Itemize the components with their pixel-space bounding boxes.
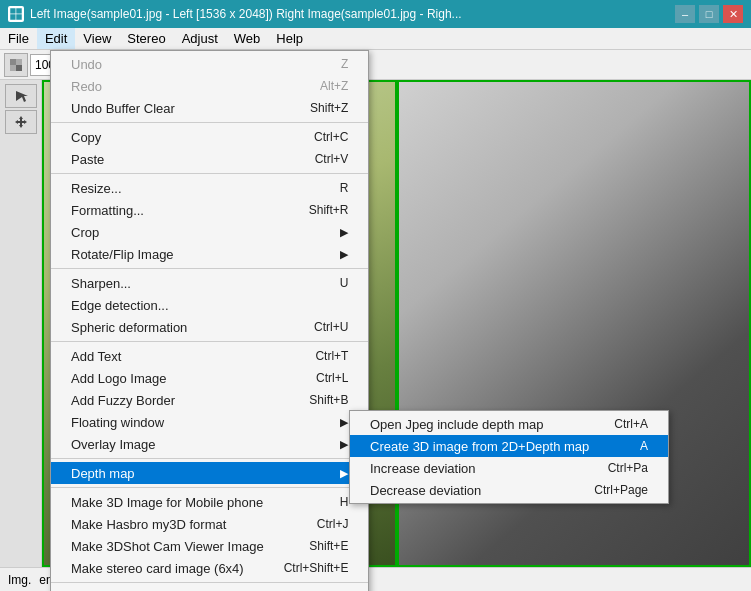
menu-redo[interactable]: Redo Alt+Z [51,75,368,97]
overlay-label: Overlay Image [71,437,330,452]
submenu-create-3d[interactable]: Create 3D image from 2D+Depth map A [350,435,668,457]
menu-depth-map[interactable]: Depth map ▶ [51,462,368,484]
paste-label: Paste [71,152,275,167]
submenu-increase-dev[interactable]: Increase deviation Ctrl+Pa [350,457,668,479]
paste-shortcut: Ctrl+V [315,152,349,166]
menu-bar: File Edit View Stereo Adjust Web Help [0,28,751,50]
menu-preferences[interactable]: Preferences [51,586,368,591]
menu-web[interactable]: Web [226,28,269,49]
menu-view[interactable]: View [75,28,119,49]
svg-marker-14 [15,120,18,124]
submenu-decrease-dev[interactable]: Decrease deviation Ctrl+Page [350,479,668,501]
make-3d-mobile-label: Make 3D Image for Mobile phone [71,495,300,510]
edit-dropdown-menu: Undo Z Redo Alt+Z Undo Buffer Clear Shif… [50,50,369,591]
create-3d-shortcut: A [640,439,648,453]
menu-stereo[interactable]: Stereo [119,28,173,49]
stereo-card-shortcut: Ctrl+Shift+E [284,561,349,575]
menu-paste[interactable]: Paste Ctrl+V [51,148,368,170]
svg-rect-5 [16,59,22,65]
minimize-button[interactable]: – [675,5,695,23]
redo-shortcut: Alt+Z [320,79,348,93]
undo-buffer-clear-label: Undo Buffer Clear [71,101,270,116]
menu-add-logo[interactable]: Add Logo Image Ctrl+L [51,367,368,389]
menu-help[interactable]: Help [268,28,311,49]
menu-add-text[interactable]: Add Text Ctrl+T [51,345,368,367]
increase-dev-shortcut: Ctrl+Pa [608,461,648,475]
svg-rect-17 [18,121,24,123]
menu-edge-detection[interactable]: Edge detection... [51,294,368,316]
copy-label: Copy [71,130,274,145]
depth-map-label: Depth map [71,466,330,481]
resize-shortcut: R [340,181,349,195]
menu-copy[interactable]: Copy Ctrl+C [51,126,368,148]
menu-add-fuzzy[interactable]: Add Fuzzy Border Shift+B [51,389,368,411]
spheric-label: Spheric deformation [71,320,274,335]
overlay-arrow: ▶ [340,438,348,451]
floating-arrow: ▶ [340,416,348,429]
undo-shortcut: Z [341,57,348,71]
menu-file[interactable]: File [0,28,37,49]
menu-undo-buffer-clear[interactable]: Undo Buffer Clear Shift+Z [51,97,368,119]
title-bar: Left Image(sample01.jpg - Left [1536 x 2… [0,0,751,28]
status-img: Img. [8,573,31,587]
menu-stereo-card[interactable]: Make stereo card image (6x4) Ctrl+Shift+… [51,557,368,579]
left-sidebar [0,80,42,567]
menu-3dshot[interactable]: Make 3DShot Cam Viewer Image Shift+E [51,535,368,557]
separator-2 [51,173,368,174]
window-title: Left Image(sample01.jpg - Left [1536 x 2… [30,7,462,21]
spheric-shortcut: Ctrl+U [314,320,348,334]
menu-floating[interactable]: Floating window ▶ [51,411,368,433]
add-text-label: Add Text [71,349,275,364]
rotate-flip-arrow: ▶ [340,248,348,261]
svg-rect-0 [10,8,16,14]
add-fuzzy-label: Add Fuzzy Border [71,393,269,408]
menu-edit[interactable]: Edit [37,28,75,49]
submenu-open-jpeg[interactable]: Open Jpeg include depth map Ctrl+A [350,413,668,435]
separator-5 [51,458,368,459]
svg-rect-3 [16,14,22,20]
tool-arrow[interactable] [5,84,37,108]
menu-make-3d-mobile[interactable]: Make 3D Image for Mobile phone H [51,491,368,513]
redo-label: Redo [71,79,280,94]
menu-adjust[interactable]: Adjust [174,28,226,49]
rotate-flip-label: Rotate/Flip Image [71,247,330,262]
menu-rotate-flip[interactable]: Rotate/Flip Image ▶ [51,243,368,265]
crop-label: Crop [71,225,330,240]
3dshot-shortcut: Shift+E [309,539,348,553]
svg-marker-15 [24,120,27,124]
resize-label: Resize... [71,181,300,196]
open-jpeg-label: Open Jpeg include depth map [370,417,574,432]
open-jpeg-shortcut: Ctrl+A [614,417,648,431]
undo-buffer-clear-shortcut: Shift+Z [310,101,348,115]
svg-marker-11 [16,91,28,102]
menu-sharpen[interactable]: Sharpen... U [51,272,368,294]
copy-shortcut: Ctrl+C [314,130,348,144]
close-button[interactable]: ✕ [723,5,743,23]
separator-3 [51,268,368,269]
menu-resize[interactable]: Resize... R [51,177,368,199]
menu-overlay[interactable]: Overlay Image ▶ [51,433,368,455]
hasbro-label: Make Hasbro my3D format [71,517,277,532]
hasbro-shortcut: Ctrl+J [317,517,349,531]
svg-rect-4 [10,59,16,65]
maximize-button[interactable]: □ [699,5,719,23]
undo-label: Undo [71,57,301,72]
separator-6 [51,487,368,488]
add-fuzzy-shortcut: Shift+B [309,393,348,407]
svg-rect-1 [16,8,22,14]
sharpen-shortcut: U [340,276,349,290]
menu-crop[interactable]: Crop ▶ [51,221,368,243]
svg-rect-7 [16,65,22,71]
crop-arrow: ▶ [340,226,348,239]
stereo-card-label: Make stereo card image (6x4) [71,561,244,576]
menu-formatting[interactable]: Formatting... Shift+R [51,199,368,221]
increase-dev-label: Increase deviation [370,461,568,476]
menu-undo[interactable]: Undo Z [51,53,368,75]
toolbar-icon-1[interactable] [4,53,28,77]
depth-map-arrow: ▶ [340,467,348,480]
create-3d-label: Create 3D image from 2D+Depth map [370,439,600,454]
add-text-shortcut: Ctrl+T [315,349,348,363]
tool-move[interactable] [5,110,37,134]
menu-hasbro[interactable]: Make Hasbro my3D format Ctrl+J [51,513,368,535]
menu-spheric[interactable]: Spheric deformation Ctrl+U [51,316,368,338]
